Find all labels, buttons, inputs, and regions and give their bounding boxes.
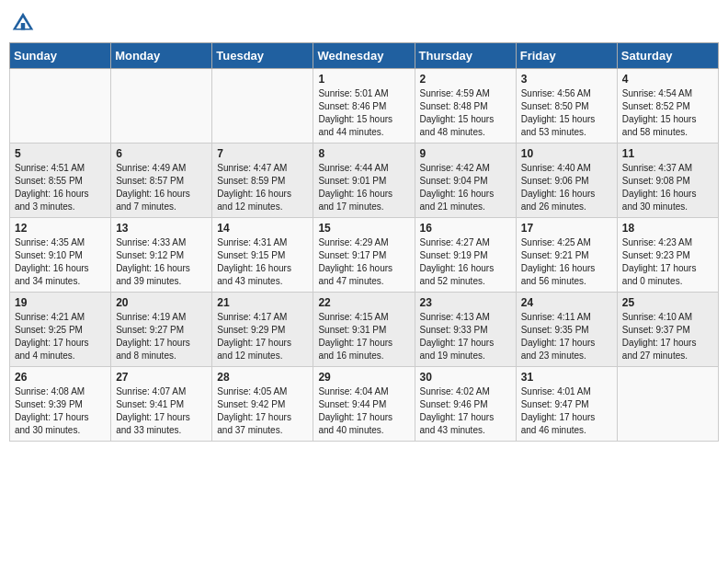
day-number: 17 [521,222,612,235]
day-info: Sunrise: 4:13 AM Sunset: 9:33 PM Dayligh… [420,311,511,362]
day-number: 22 [318,296,409,309]
day-info: Sunrise: 4:08 AM Sunset: 9:39 PM Dayligh… [15,385,106,437]
day-cell-17: 17Sunrise: 4:25 AM Sunset: 9:21 PM Dayli… [516,218,617,293]
day-info: Sunrise: 4:37 AM Sunset: 9:08 PM Dayligh… [622,162,713,213]
empty-cell [10,69,111,144]
day-cell-1: 1Sunrise: 5:01 AM Sunset: 8:46 PM Daylig… [313,69,415,144]
day-cell-2: 2Sunrise: 4:59 AM Sunset: 8:48 PM Daylig… [415,69,516,144]
day-number: 4 [622,73,713,86]
day-number: 15 [318,222,409,235]
day-cell-3: 3Sunrise: 4:56 AM Sunset: 8:50 PM Daylig… [516,69,617,144]
day-cell-5: 5Sunrise: 4:51 AM Sunset: 8:55 PM Daylig… [10,144,111,218]
day-info: Sunrise: 4:40 AM Sunset: 9:06 PM Dayligh… [521,162,612,213]
day-cell-30: 30Sunrise: 4:02 AM Sunset: 9:46 PM Dayli… [415,367,516,442]
week-row-1: 1Sunrise: 5:01 AM Sunset: 8:46 PM Daylig… [10,69,719,144]
logo [9,9,40,37]
day-info: Sunrise: 4:42 AM Sunset: 9:04 PM Dayligh… [420,162,511,213]
day-cell-15: 15Sunrise: 4:29 AM Sunset: 9:17 PM Dayli… [313,218,415,293]
day-number: 12 [15,222,106,235]
day-number: 14 [217,222,308,235]
day-info: Sunrise: 4:31 AM Sunset: 9:15 PM Dayligh… [217,236,308,288]
day-number: 13 [116,222,207,235]
day-cell-27: 27Sunrise: 4:07 AM Sunset: 9:41 PM Dayli… [111,367,212,442]
day-cell-10: 10Sunrise: 4:40 AM Sunset: 9:06 PM Dayli… [516,144,617,218]
page-header [9,9,719,37]
day-info: Sunrise: 4:21 AM Sunset: 9:25 PM Dayligh… [15,311,106,362]
day-number: 2 [420,73,511,86]
day-info: Sunrise: 4:10 AM Sunset: 9:37 PM Dayligh… [622,311,713,362]
day-number: 25 [622,296,713,309]
day-number: 7 [217,147,308,160]
header-sunday: Sunday [10,43,111,69]
day-cell-26: 26Sunrise: 4:08 AM Sunset: 9:39 PM Dayli… [10,367,111,442]
day-number: 6 [116,147,207,160]
day-info: Sunrise: 4:47 AM Sunset: 8:59 PM Dayligh… [217,162,308,213]
day-number: 27 [116,371,207,384]
logo-icon [9,9,37,37]
day-number: 1 [318,73,409,86]
week-row-4: 19Sunrise: 4:21 AM Sunset: 9:25 PM Dayli… [10,293,719,367]
day-info: Sunrise: 4:19 AM Sunset: 9:27 PM Dayligh… [116,311,207,362]
day-cell-28: 28Sunrise: 4:05 AM Sunset: 9:42 PM Dayli… [212,367,313,442]
day-cell-20: 20Sunrise: 4:19 AM Sunset: 9:27 PM Dayli… [111,293,212,367]
empty-cell [111,69,212,144]
week-row-5: 26Sunrise: 4:08 AM Sunset: 9:39 PM Dayli… [10,367,719,442]
day-number: 24 [521,296,612,309]
day-cell-11: 11Sunrise: 4:37 AM Sunset: 9:08 PM Dayli… [617,144,718,218]
day-info: Sunrise: 4:02 AM Sunset: 9:46 PM Dayligh… [420,385,511,437]
header-monday: Monday [111,43,212,69]
day-info: Sunrise: 4:49 AM Sunset: 8:57 PM Dayligh… [116,162,207,213]
day-cell-12: 12Sunrise: 4:35 AM Sunset: 9:10 PM Dayli… [10,218,111,293]
day-cell-29: 29Sunrise: 4:04 AM Sunset: 9:44 PM Dayli… [313,367,415,442]
header-thursday: Thursday [415,43,516,69]
day-info: Sunrise: 4:01 AM Sunset: 9:47 PM Dayligh… [521,385,612,437]
calendar-table: SundayMondayTuesdayWednesdayThursdayFrid… [9,42,719,442]
day-number: 23 [420,296,511,309]
day-info: Sunrise: 4:05 AM Sunset: 9:42 PM Dayligh… [217,385,308,437]
day-number: 19 [15,296,106,309]
day-cell-6: 6Sunrise: 4:49 AM Sunset: 8:57 PM Daylig… [111,144,212,218]
day-number: 18 [622,222,713,235]
day-number: 10 [521,147,612,160]
day-number: 29 [318,371,409,384]
day-info: Sunrise: 4:29 AM Sunset: 9:17 PM Dayligh… [318,236,409,288]
empty-cell [617,367,718,442]
week-row-2: 5Sunrise: 4:51 AM Sunset: 8:55 PM Daylig… [10,144,719,218]
day-cell-22: 22Sunrise: 4:15 AM Sunset: 9:31 PM Dayli… [313,293,415,367]
day-info: Sunrise: 4:44 AM Sunset: 9:01 PM Dayligh… [318,162,409,213]
day-cell-31: 31Sunrise: 4:01 AM Sunset: 9:47 PM Dayli… [516,367,617,442]
day-cell-4: 4Sunrise: 4:54 AM Sunset: 8:52 PM Daylig… [617,69,718,144]
day-number: 9 [420,147,511,160]
day-info: Sunrise: 4:56 AM Sunset: 8:50 PM Dayligh… [521,87,612,139]
day-number: 8 [318,147,409,160]
day-cell-25: 25Sunrise: 4:10 AM Sunset: 9:37 PM Dayli… [617,293,718,367]
day-number: 11 [622,147,713,160]
day-info: Sunrise: 4:51 AM Sunset: 8:55 PM Dayligh… [15,162,106,213]
day-cell-16: 16Sunrise: 4:27 AM Sunset: 9:19 PM Dayli… [415,218,516,293]
day-number: 31 [521,371,612,384]
day-cell-23: 23Sunrise: 4:13 AM Sunset: 9:33 PM Dayli… [415,293,516,367]
calendar-header-row: SundayMondayTuesdayWednesdayThursdayFrid… [10,43,719,69]
day-info: Sunrise: 4:15 AM Sunset: 9:31 PM Dayligh… [318,311,409,362]
day-number: 16 [420,222,511,235]
header-tuesday: Tuesday [212,43,313,69]
day-cell-19: 19Sunrise: 4:21 AM Sunset: 9:25 PM Dayli… [10,293,111,367]
day-info: Sunrise: 5:01 AM Sunset: 8:46 PM Dayligh… [318,87,409,139]
day-number: 26 [15,371,106,384]
day-cell-18: 18Sunrise: 4:23 AM Sunset: 9:23 PM Dayli… [617,218,718,293]
header-friday: Friday [516,43,617,69]
day-cell-9: 9Sunrise: 4:42 AM Sunset: 9:04 PM Daylig… [415,144,516,218]
day-number: 20 [116,296,207,309]
day-number: 5 [15,147,106,160]
day-cell-7: 7Sunrise: 4:47 AM Sunset: 8:59 PM Daylig… [212,144,313,218]
day-cell-14: 14Sunrise: 4:31 AM Sunset: 9:15 PM Dayli… [212,218,313,293]
day-number: 30 [420,371,511,384]
day-cell-8: 8Sunrise: 4:44 AM Sunset: 9:01 PM Daylig… [313,144,415,218]
day-cell-21: 21Sunrise: 4:17 AM Sunset: 9:29 PM Dayli… [212,293,313,367]
day-info: Sunrise: 4:25 AM Sunset: 9:21 PM Dayligh… [521,236,612,288]
day-info: Sunrise: 4:23 AM Sunset: 9:23 PM Dayligh… [622,236,713,288]
empty-cell [212,69,313,144]
day-number: 21 [217,296,308,309]
day-info: Sunrise: 4:54 AM Sunset: 8:52 PM Dayligh… [622,87,713,139]
svg-rect-2 [21,23,26,30]
